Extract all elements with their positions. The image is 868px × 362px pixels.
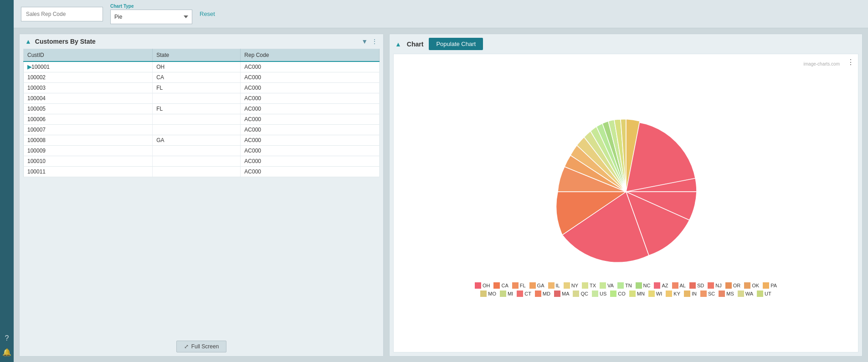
legend-item: MA bbox=[554, 291, 570, 297]
cell-custid: 100003 bbox=[24, 83, 153, 93]
fullscreen-icon: ⤢ bbox=[184, 343, 189, 350]
help-icon[interactable]: ? bbox=[5, 334, 9, 342]
more-options-icon[interactable]: ⋮ bbox=[371, 38, 378, 45]
chart-panel-header: ▲ Chart Populate Chart bbox=[390, 34, 862, 54]
cell-repcode: AC000 bbox=[241, 61, 380, 72]
legend-item: IL bbox=[548, 282, 560, 289]
legend-label: OR bbox=[733, 283, 741, 288]
legend-color-box bbox=[617, 282, 624, 289]
legend-label: NC bbox=[643, 283, 651, 288]
filter-icon[interactable]: ▼ bbox=[361, 38, 368, 45]
legend-label: KY bbox=[673, 291, 680, 296]
legend-label: CA bbox=[501, 283, 508, 288]
legend-label: QC bbox=[580, 291, 588, 296]
collapse-icon[interactable]: ▲ bbox=[25, 38, 31, 45]
legend-color-box bbox=[648, 291, 655, 297]
legend-item: OK bbox=[744, 282, 759, 289]
table-row[interactable]: 100006AC000 bbox=[24, 114, 380, 125]
table-row[interactable]: 100002CAAC000 bbox=[24, 72, 380, 83]
legend-label: OH bbox=[483, 283, 490, 288]
legend-item: MS bbox=[719, 291, 734, 297]
reset-button[interactable]: Reset bbox=[200, 10, 215, 17]
chart-collapse-icon[interactable]: ▲ bbox=[395, 41, 401, 48]
cell-custid: 100006 bbox=[24, 114, 153, 125]
legend-item: WA bbox=[738, 291, 753, 297]
table-row[interactable]: 100003FLAC000 bbox=[24, 83, 380, 93]
legend-item: MN bbox=[629, 291, 645, 297]
legend-label: MN bbox=[637, 291, 645, 296]
cell-state bbox=[153, 125, 241, 135]
legend-color-box bbox=[666, 291, 672, 297]
legend-color-box bbox=[629, 291, 636, 297]
legend-item: NY bbox=[564, 282, 578, 289]
left-sidebar: ? 🔔 bbox=[0, 0, 14, 362]
cell-custid: 100004 bbox=[24, 93, 153, 104]
legend-item: CT bbox=[517, 291, 531, 297]
legend-label: WA bbox=[745, 291, 753, 296]
legend-label: MD bbox=[543, 291, 550, 296]
legend-item: MD bbox=[535, 291, 550, 297]
watermark: image-charts.com bbox=[804, 61, 840, 66]
customers-table: CustID State Rep Code ▶100001OHAC0001000… bbox=[23, 49, 380, 177]
notification-icon[interactable]: 🔔 bbox=[2, 348, 11, 357]
cell-repcode: AC000 bbox=[241, 114, 380, 125]
cell-custid: 100002 bbox=[24, 72, 153, 83]
legend-color-box bbox=[573, 291, 579, 297]
legend-item: AL bbox=[672, 282, 686, 289]
cell-state: FL bbox=[153, 104, 241, 114]
legend-item: SC bbox=[700, 291, 715, 297]
cell-repcode: AC000 bbox=[241, 104, 380, 114]
legend-label: OK bbox=[752, 283, 759, 288]
legend-color-box bbox=[738, 291, 744, 297]
legend-color-box bbox=[564, 282, 570, 289]
legend-label: FL bbox=[520, 283, 526, 288]
cell-custid: ▶100001 bbox=[24, 61, 153, 72]
legend-color-box bbox=[636, 282, 642, 289]
fullscreen-button[interactable]: ⤢ Full Screen bbox=[176, 341, 227, 352]
legend-label: CO bbox=[618, 291, 626, 296]
table-row[interactable]: 100011AC000 bbox=[24, 167, 380, 177]
legend-color-box bbox=[763, 282, 769, 289]
cell-state: GA bbox=[153, 135, 241, 146]
legend-label: MS bbox=[726, 291, 734, 296]
legend-item: OR bbox=[725, 282, 741, 289]
col-state: State bbox=[153, 49, 241, 62]
legend-color-box bbox=[582, 282, 588, 289]
chart-title: Chart bbox=[407, 41, 424, 48]
cell-repcode: AC000 bbox=[241, 93, 380, 104]
legend-color-box bbox=[708, 282, 714, 289]
legend-area: OHCAFLGAILNYTXVATNNCAZALSDNJOROKPAMOMICT… bbox=[467, 280, 786, 299]
legend-label: SD bbox=[697, 283, 704, 288]
legend-color-box bbox=[529, 282, 536, 289]
legend-color-box bbox=[500, 291, 506, 297]
legend-item: GA bbox=[529, 282, 544, 289]
sales-rep-input[interactable] bbox=[21, 7, 103, 21]
legend-color-box bbox=[689, 282, 696, 289]
legend-item: SD bbox=[689, 282, 704, 289]
table-row[interactable]: 100009AC000 bbox=[24, 146, 380, 156]
customers-by-state-panel: ▲ Customers By State ▼ ⋮ CustID State bbox=[19, 34, 384, 357]
cell-state bbox=[153, 146, 241, 156]
table-row[interactable]: 100010AC000 bbox=[24, 156, 380, 167]
legend-color-box bbox=[592, 291, 598, 297]
legend-label: WI bbox=[656, 291, 662, 296]
table-row[interactable]: 100005FLAC000 bbox=[24, 104, 380, 114]
chart-type-select[interactable]: Pie Bar Line Column bbox=[110, 10, 192, 24]
legend-label: PA bbox=[770, 283, 777, 288]
legend-label: IL bbox=[556, 283, 560, 288]
table-row[interactable]: ▶100001OHAC000 bbox=[24, 61, 380, 72]
legend-item: US bbox=[592, 291, 606, 297]
populate-chart-button[interactable]: Populate Chart bbox=[429, 38, 483, 50]
legend-item: WI bbox=[648, 291, 662, 297]
cell-repcode: AC000 bbox=[241, 135, 380, 146]
legend-item: PA bbox=[763, 282, 777, 289]
legend-color-box bbox=[517, 291, 523, 297]
chart-options-icon[interactable]: ⋮ bbox=[847, 58, 854, 66]
cell-custid: 100005 bbox=[24, 104, 153, 114]
table-row[interactable]: 100008GAAC000 bbox=[24, 135, 380, 146]
legend-color-box bbox=[744, 282, 750, 289]
table-row[interactable]: 100007AC000 bbox=[24, 125, 380, 135]
pie-chart bbox=[521, 107, 731, 280]
cell-custid: 100011 bbox=[24, 167, 153, 177]
table-row[interactable]: 100004AC000 bbox=[24, 93, 380, 104]
